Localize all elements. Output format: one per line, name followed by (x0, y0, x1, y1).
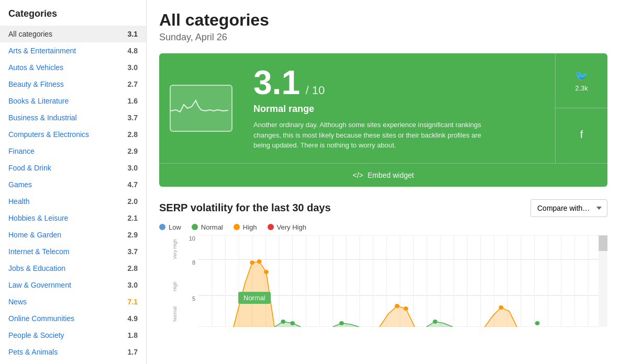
legend-dot-high (234, 224, 240, 230)
category-score: 7.1 (128, 298, 138, 306)
category-name: Home & Garden (8, 231, 61, 239)
category-score: 2.1 (128, 214, 138, 222)
category-score: 2.9 (128, 147, 138, 155)
chart-legend: Low Normal High Very High (159, 223, 607, 231)
score-main: 3.1 / 10 Normal range Another ordinary d… (243, 53, 555, 163)
facebook-icon: f (580, 129, 583, 141)
category-score: 3.7 (128, 247, 138, 256)
scrollbar-thumb (599, 235, 607, 251)
normal-dot-2 (290, 321, 295, 325)
sidebar-item-real-estate[interactable]: Real Estate1.0 (0, 360, 146, 364)
legend-dot-normal (192, 224, 198, 230)
category-name: Arts & Entertainment (8, 47, 76, 55)
high-dot-1 (250, 260, 254, 265)
category-name: Autos & Vehicles (8, 63, 63, 72)
legend-label-high: High (243, 223, 257, 231)
category-name: Games (8, 180, 32, 189)
chart-svg-wrapper: Normal (198, 235, 607, 329)
sidebar-item-pets-&-animals[interactable]: Pets & Animals1.7 (0, 344, 146, 360)
category-name: Internet & Telecom (8, 247, 69, 256)
twitter-icon: 🐦 (575, 70, 588, 82)
category-name: Pets & Animals (8, 348, 58, 356)
sidebar-item-news[interactable]: News7.1 (0, 293, 146, 310)
legend-normal: Normal (192, 223, 223, 231)
sidebar-item-business-&-industrial[interactable]: Business & Industrial3.7 (0, 109, 146, 126)
sidebar-item-beauty-&-fitness[interactable]: Beauty & Fitness2.7 (0, 76, 146, 93)
sidebar-item-hobbies-&-leisure[interactable]: Hobbies & Leisure2.1 (0, 210, 146, 226)
normal-dot-4 (433, 320, 437, 324)
category-name: All categories (8, 30, 52, 38)
category-score: 3.0 (128, 63, 138, 72)
page-subtitle: Sunday, April 26 (159, 32, 607, 43)
twitter-share[interactable]: 🐦 2.3k (556, 53, 607, 108)
monitor-waveform-svg (171, 90, 228, 124)
legend-label-very-high: Very High (277, 223, 306, 231)
sidebar: Categories All categories3.1Arts & Enter… (0, 0, 147, 364)
categories-list: All categories3.1Arts & Entertainment4.8… (0, 26, 146, 364)
category-score: 2.8 (128, 130, 138, 139)
category-score: 3.1 (128, 30, 138, 38)
legend-low: Low (159, 223, 181, 231)
chart-title: SERP volatility for the last 30 days (159, 202, 331, 214)
sidebar-item-home-&-garden[interactable]: Home & Garden2.9 (0, 226, 146, 243)
sidebar-item-books-&-literature[interactable]: Books & Literature1.6 (0, 93, 146, 109)
normal-dot-5 (535, 321, 540, 325)
normal-label: Normal (238, 292, 271, 304)
category-score: 2.7 (128, 80, 138, 88)
category-name: Health (8, 197, 29, 206)
category-name: Books & Literature (8, 97, 69, 105)
category-score: 3.0 (128, 164, 138, 172)
sidebar-item-all-categories[interactable]: All categories3.1 (0, 26, 146, 42)
sidebar-item-finance[interactable]: Finance2.9 (0, 143, 146, 160)
category-name: Beauty & Fitness (8, 80, 64, 88)
category-name: Online Communities (8, 314, 74, 323)
normal-dot-1 (281, 320, 285, 324)
category-score: 2.0 (128, 197, 138, 206)
score-number: 3.1 (253, 66, 300, 99)
category-name: Computers & Electronics (8, 130, 89, 139)
y-label-5: 5 (192, 295, 195, 302)
sidebar-item-people-&-society[interactable]: People & Society1.8 (0, 327, 146, 344)
sidebar-item-arts-&-entertainment[interactable]: Arts & Entertainment4.8 (0, 42, 146, 59)
high-dot-6 (499, 305, 503, 310)
facebook-share[interactable]: f (556, 108, 607, 163)
monitor-graphic (159, 53, 243, 163)
category-name: Jobs & Education (8, 264, 65, 272)
category-score: 4.9 (128, 314, 138, 323)
embed-label: Embed widget (368, 171, 414, 179)
high-dot-3 (264, 270, 269, 274)
category-score: 1.6 (128, 97, 138, 105)
category-score: 1.7 (128, 348, 138, 356)
sidebar-item-law-&-government[interactable]: Law & Government3.0 (0, 277, 146, 293)
sidebar-item-computers-&-electronics[interactable]: Computers & Electronics2.8 (0, 126, 146, 143)
sidebar-item-food-&-drink[interactable]: Food & Drink3.0 (0, 160, 146, 176)
monitor-screen (171, 90, 231, 127)
category-score: 2.8 (128, 264, 138, 272)
sidebar-title: Categories (0, 8, 146, 26)
embed-widget-button[interactable]: </> Embed widget (159, 163, 607, 187)
category-name: Food & Drink (8, 164, 51, 172)
category-name: Business & Industrial (8, 113, 77, 122)
sidebar-item-online-communities[interactable]: Online Communities4.9 (0, 310, 146, 327)
category-name: Finance (8, 147, 35, 155)
score-number-row: 3.1 / 10 (253, 66, 545, 99)
score-description: Another ordinary day. Although some site… (253, 120, 484, 151)
sidebar-item-jobs-&-education[interactable]: Jobs & Education2.8 (0, 260, 146, 277)
sidebar-item-autos-&-vehicles[interactable]: Autos & Vehicles3.0 (0, 59, 146, 76)
sidebar-item-health[interactable]: Health2.0 (0, 193, 146, 210)
legend-dot-low (159, 224, 165, 230)
category-score: 4.7 (128, 180, 138, 189)
sidebar-item-internet-&-telecom[interactable]: Internet & Telecom3.7 (0, 243, 146, 260)
sidebar-item-games[interactable]: Games4.7 (0, 176, 146, 193)
legend-dot-very-high (268, 224, 274, 230)
legend-label-low: Low (169, 223, 181, 231)
category-score: 2.9 (128, 231, 138, 239)
high-dot-4 (395, 304, 400, 308)
monitor-box (170, 85, 233, 132)
chart-y-axis: 10 8 5 Very High High Normal (159, 235, 198, 327)
high-dot-5 (404, 306, 408, 311)
compare-select[interactable]: Compare with… (530, 199, 607, 217)
category-score: 3.0 (128, 281, 138, 289)
category-score: 4.8 (128, 47, 138, 55)
page-title: All categories (159, 10, 607, 30)
